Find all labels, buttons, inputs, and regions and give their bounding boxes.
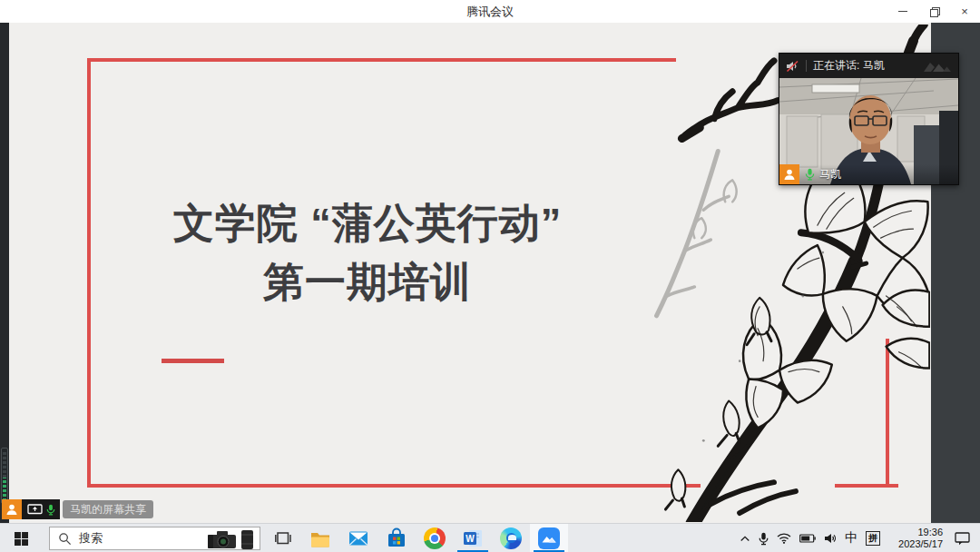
participant-avatar-icon (779, 164, 799, 184)
file-explorer-button[interactable] (301, 524, 339, 552)
window-titlebar: 腾讯会议 × (0, 0, 980, 23)
screen-share-banner: 马凯的屏幕共享 (2, 499, 153, 519)
ime-language-indicator[interactable]: 中 (845, 530, 858, 547)
speaker-panel-header: 正在讲话: 马凯 (779, 54, 958, 78)
file-explorer-icon (309, 527, 331, 549)
restore-icon (930, 7, 938, 15)
tencent-meeting-window: 腾讯会议 × 文学院 “蒲公英行动” 第一期培训 (0, 0, 980, 552)
edge-button[interactable] (492, 524, 530, 552)
tencent-meeting-icon (537, 527, 561, 550)
action-center-icon (955, 532, 971, 546)
task-view-button[interactable] (265, 524, 301, 552)
tray-battery-button[interactable] (799, 534, 816, 543)
slide-frame-left (87, 58, 91, 488)
meeting-logo-watermark-icon (921, 58, 952, 74)
header-divider (806, 60, 807, 72)
microsoft-store-button[interactable] (377, 524, 416, 552)
windows-start-icon (15, 532, 28, 546)
edge-icon (500, 527, 522, 549)
window-title: 腾讯会议 (0, 0, 980, 23)
start-button[interactable] (0, 524, 42, 552)
webcam-video-feed: 马凯 (779, 78, 958, 184)
battery-icon (799, 534, 816, 543)
window-controls: × (887, 0, 980, 23)
tray-time: 19:36 (888, 527, 943, 538)
ime-pinyin-indicator[interactable]: 拼 (866, 531, 880, 546)
search-icon (58, 532, 72, 546)
task-view-icon (275, 530, 291, 547)
slide-frame-bottom-left (87, 484, 701, 488)
microphone-icon (759, 532, 769, 546)
left-sidebar-strip (0, 23, 9, 523)
minimize-button[interactable] (887, 0, 918, 23)
tencent-meeting-button[interactable] (530, 524, 568, 552)
tray-volume-button[interactable] (824, 533, 837, 544)
slide-accent-dash (162, 359, 224, 363)
close-button[interactable]: × (949, 0, 980, 23)
tray-date: 2023/5/17 (888, 538, 943, 550)
microsoft-store-icon (386, 527, 407, 549)
screen-share-icon (27, 504, 43, 516)
meeting-stage: 文学院 “蒲公英行动” 第一期培训 (0, 23, 980, 523)
chrome-button[interactable] (416, 524, 454, 552)
slide-title-line2: 第一期培训 (100, 252, 635, 311)
word-icon: W (462, 527, 484, 549)
tray-mic-button[interactable] (759, 532, 769, 546)
slide-title: 文学院 “蒲公英行动” 第一期培训 (100, 193, 635, 311)
volume-meter-level-segments (3, 478, 6, 501)
volume-meter-upper-segments (3, 450, 6, 478)
camera-photo (205, 528, 258, 550)
share-status-icons (22, 499, 60, 519)
mic-volume-meter (1, 448, 8, 504)
mic-active-icon (805, 168, 815, 181)
svg-text:W: W (466, 534, 475, 544)
windows-taskbar: 搜索 (0, 523, 980, 552)
action-center-button[interactable] (955, 532, 971, 546)
word-button[interactable]: W (454, 524, 492, 552)
speaker-name-badge: 马凯 (819, 167, 841, 182)
search-placeholder: 搜索 (79, 530, 103, 547)
taskbar-search-input[interactable]: 搜索 (49, 527, 260, 550)
restore-button[interactable] (918, 0, 949, 23)
system-tray: 中 拼 19:36 2023/5/17 (740, 524, 980, 552)
wifi-icon (777, 533, 791, 544)
tray-wifi-button[interactable] (777, 533, 791, 544)
speaking-status-label: 正在讲话: 马凯 (813, 58, 885, 74)
speaker-video-panel[interactable]: 正在讲话: 马凯 (779, 53, 959, 185)
slide-title-line1: 文学院 “蒲公英行动” (100, 193, 635, 252)
video-name-overlay: 马凯 (779, 164, 958, 184)
sharer-avatar-icon (2, 499, 22, 519)
mic-on-icon (46, 504, 55, 516)
mail-icon (348, 527, 369, 549)
tray-clock[interactable]: 19:36 2023/5/17 (888, 527, 943, 550)
slide-frame-top (87, 58, 676, 62)
minimize-icon (898, 11, 907, 12)
muted-speaker-icon (786, 60, 799, 73)
chevron-up-icon (740, 534, 750, 543)
chrome-icon (424, 527, 446, 549)
mail-button[interactable] (339, 524, 377, 552)
volume-icon (824, 533, 837, 544)
share-banner-label: 马凯的屏幕共享 (63, 500, 153, 518)
tray-chevron-button[interactable] (740, 534, 750, 543)
